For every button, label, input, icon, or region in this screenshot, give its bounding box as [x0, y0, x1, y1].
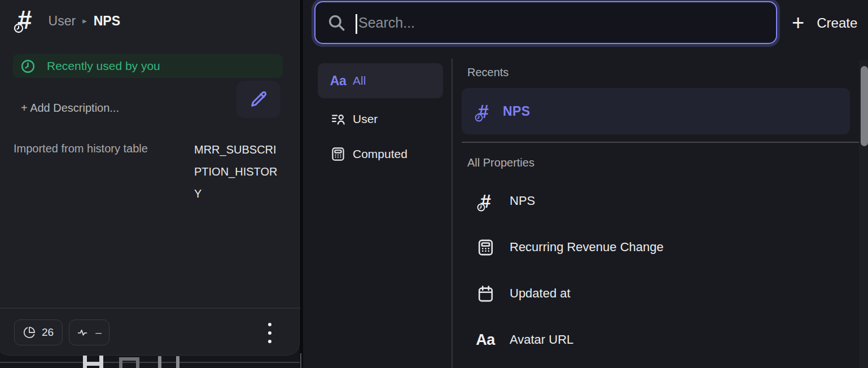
- occluded-glyph: [158, 356, 179, 368]
- kebab-dot: [268, 340, 271, 343]
- property-item-label: NPS: [510, 194, 535, 208]
- property-item-nps[interactable]: # NPS: [462, 181, 850, 221]
- property-item-updated-at[interactable]: Updated at: [462, 274, 850, 313]
- property-search-overlay: + Create Aa All User Computed Re: [303, 0, 868, 368]
- filter-label: All: [353, 74, 366, 87]
- user-list-icon: [330, 111, 346, 127]
- filter-label: Computed: [353, 147, 407, 161]
- clock-overlay-icon: [13, 23, 24, 34]
- text-format-icon: Aa: [476, 331, 495, 349]
- create-button[interactable]: + Create: [792, 10, 857, 36]
- filter-item-all[interactable]: Aa All: [318, 63, 443, 98]
- scrollbar-thumb[interactable]: [861, 66, 868, 146]
- property-item-label: Avatar URL: [510, 332, 573, 347]
- trend-chip[interactable]: –: [69, 319, 109, 345]
- section-divider: [462, 142, 859, 143]
- overflow-menu-button[interactable]: [265, 322, 275, 344]
- clock-overlay-icon: [474, 113, 484, 122]
- recently-used-badge-label: Recently used by you: [47, 59, 160, 73]
- create-button-label: Create: [817, 15, 857, 31]
- text-format-icon: Aa: [330, 73, 346, 89]
- add-description-button[interactable]: + Add Description...: [21, 102, 119, 115]
- imported-from-label: Imported from history table: [14, 142, 148, 155]
- filter-item-user[interactable]: User: [318, 102, 443, 137]
- calculator-icon: [330, 146, 346, 162]
- breadcrumb-current: NPS: [94, 14, 120, 29]
- filter-label: User: [353, 112, 378, 126]
- occluded-vertical-rule: [300, 353, 301, 368]
- pie-chart-icon: [23, 326, 36, 339]
- breadcrumb-chevron-icon: ▸: [82, 16, 87, 26]
- footer-divider: [0, 308, 300, 309]
- clock-icon: [20, 59, 36, 74]
- search-input[interactable]: [346, 2, 776, 43]
- property-header: # User ▸ NPS: [17, 7, 120, 33]
- property-item-label: Recurring Revenue Change: [510, 240, 664, 255]
- numeric-history-property-icon: #: [478, 102, 488, 121]
- property-detail-card: # User ▸ NPS Recently used by you + Add …: [0, 0, 300, 356]
- recents-item-label: NPS: [503, 104, 531, 119]
- trend-value: –: [95, 326, 102, 339]
- plus-icon: +: [792, 12, 804, 33]
- calendar-icon: [476, 284, 495, 303]
- search-icon: [327, 13, 346, 32]
- occluded-horizontal-rule: [0, 362, 300, 363]
- property-item-avatar-url[interactable]: Aa Avatar URL: [462, 320, 850, 360]
- recents-header: Recents: [467, 66, 508, 79]
- property-item-label: Updated at: [510, 286, 571, 301]
- pencil-icon: [248, 89, 269, 109]
- occluded-glyph: [83, 355, 103, 368]
- kebab-dot: [268, 323, 271, 326]
- clock-overlay-icon: [476, 203, 486, 212]
- pulse-icon: [77, 326, 89, 339]
- calculator-icon: [476, 238, 495, 257]
- edit-description-button[interactable]: [236, 81, 280, 118]
- breadcrumb-parent[interactable]: User: [49, 14, 76, 29]
- filter-item-computed[interactable]: Computed: [318, 137, 443, 172]
- scrollbar-track[interactable]: [859, 60, 868, 368]
- occluded-glyph: [119, 357, 139, 368]
- all-properties-header: All Properties: [467, 156, 534, 169]
- filter-results-divider: [451, 59, 453, 368]
- recents-item-nps[interactable]: # NPS: [462, 88, 850, 134]
- text-caret: [356, 14, 357, 34]
- imported-table-name: MRR_SUBSCRIPTION_HISTORY: [194, 139, 282, 205]
- usage-count-chip[interactable]: 26: [14, 319, 63, 345]
- usage-count-value: 26: [42, 326, 54, 339]
- property-item-recurring-revenue-change[interactable]: Recurring Revenue Change: [462, 227, 850, 267]
- numeric-history-property-icon: #: [480, 191, 490, 211]
- breadcrumb: User ▸ NPS: [49, 14, 120, 29]
- recently-used-badge: Recently used by you: [13, 54, 283, 78]
- kebab-dot: [268, 331, 271, 335]
- search-bar[interactable]: [314, 1, 777, 44]
- numeric-history-property-icon: #: [17, 7, 32, 33]
